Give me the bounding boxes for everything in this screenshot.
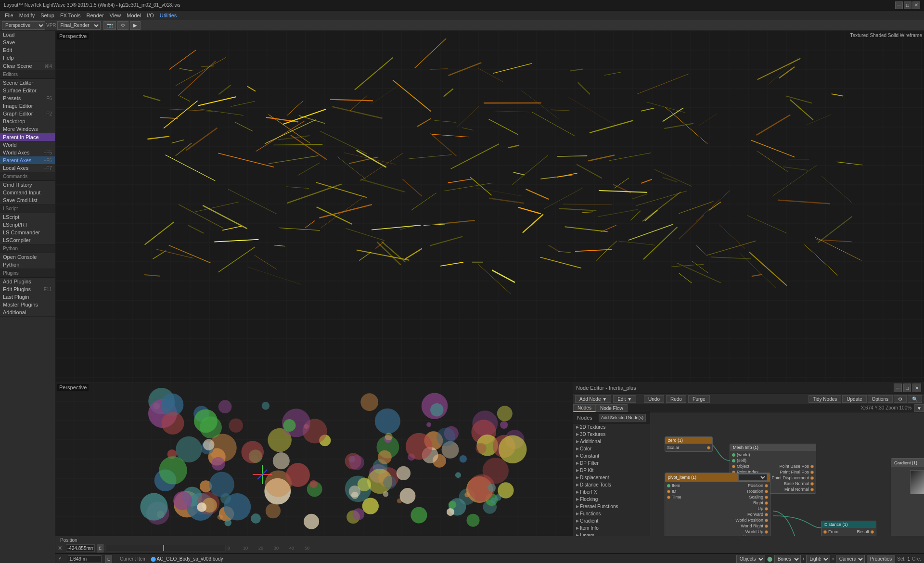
pi-world-fwd-row: World Forward [667,535,768,536]
sidebar-item-python[interactable]: Python [0,261,55,269]
nodes-category-functions[interactable]: ▶ Functions [573,510,650,517]
menu-io[interactable]: I/O [144,13,157,18]
sidebar-item-load[interactable]: Load [0,31,55,38]
sidebar-item-master-plugins[interactable]: Master Plugins [0,301,55,308]
render-preset-select[interactable]: Final_Render [57,21,101,30]
sidebar-item-ls-commander[interactable]: LS Commander [0,229,55,236]
nodes-category-3d[interactable]: ▶ 3D Textures [573,431,650,438]
tidy-nodes-btn[interactable]: Tidy Nodes [808,395,841,403]
nodes-category-additional[interactable]: ▶ Additional [573,438,650,445]
node-pivot-items[interactable]: pivot_items (1) Item Position ID [665,473,770,536]
sidebar-item-open-console[interactable]: Open Console [0,253,55,261]
nodes-category-color[interactable]: ▶ Color [573,445,650,452]
sidebar-item-surface-editor[interactable]: Surface Editor [0,87,55,94]
purge-btn[interactable]: Purge [688,395,710,403]
sidebar-item-more-windows[interactable]: More Windows [0,125,55,133]
viewport-type-select[interactable]: Perspective [2,21,45,30]
nodes-category-fiberfx[interactable]: ▶ FiberFX [573,488,650,496]
menu-render[interactable]: Render [83,13,106,18]
objects-select[interactable]: Objects [736,555,765,563]
redo-btn[interactable]: Redo [666,395,686,403]
bottom-viewport[interactable]: Perspective Object Properties ─ ✕ Clear … [55,382,573,536]
sidebar-item-lscompiler[interactable]: LSCompiler [0,236,55,244]
nodes-category-constant[interactable]: ▶ Constant [573,452,650,460]
sidebar-item-save-cmd-list[interactable]: Save Cmd List [0,196,55,204]
bones-select[interactable]: Bones [774,555,801,563]
sidebar-item-world-axes[interactable]: World Axes +F5 [0,149,55,156]
node-zero[interactable]: zero (1) Scalar [665,436,713,452]
edit-btn[interactable]: Edit ▼ [613,395,636,403]
x-coord-input[interactable] [66,544,95,552]
nodes-category-flocking[interactable]: ▶ Flocking [573,496,650,503]
lights-select[interactable]: Lights [806,555,830,563]
nodes-category-2d[interactable]: ▶ 2D Textures [573,423,650,431]
sidebar-item-backdrop[interactable]: Backdrop [0,117,55,125]
sidebar-item-clear-scene[interactable]: Clear Scene ⌘4 [0,62,55,70]
sidebar-item-command-input[interactable]: Command Input [0,189,55,196]
update-btn[interactable]: Update [842,395,866,403]
add-node-btn[interactable]: Add Node ▼ [575,395,611,403]
sidebar-item-scene-editor[interactable]: Scene Editor [0,79,55,87]
ne-restore[interactable]: □ [903,384,911,392]
sidebar-item-edit-plugins[interactable]: Edit Plugins F11 [0,285,55,293]
nodes-category-item-info[interactable]: ▶ Item Info [573,525,650,532]
nodes-category-displacement[interactable]: ▶ Displacement [573,474,650,481]
sidebar-item-image-editor[interactable]: Image Editor [0,102,55,110]
sidebar-item-graph-editor[interactable]: Graph Editor F2 [0,110,55,117]
camera-icon[interactable]: 📷 [103,21,116,30]
sidebar-item-lscript-rt[interactable]: LScript/RT [0,221,55,229]
properties-bottom-btn[interactable]: Properties [867,555,896,563]
node-gradient[interactable]: Gradient (1) Bg Color Color [891,458,924,536]
sidebar-item-edit[interactable]: Edit [0,46,55,54]
ne-close[interactable]: ✕ [912,384,921,392]
sidebar-item-lscript[interactable]: LScript [0,213,55,221]
main-viewport[interactable]: Perspective Textured Shaded Solid Wirefr… [55,31,924,382]
sidebar-item-add-plugins[interactable]: Add Plugins [0,278,55,285]
pivot-items-select[interactable] [738,474,767,481]
nodes-category-fresnel[interactable]: ▶ Fresnel Functions [573,503,650,510]
nodes-category-gradient[interactable]: ▶ Gradient [573,517,650,525]
settings-icon[interactable]: ⚙ [117,21,128,30]
undo-btn[interactable]: Undo [644,395,664,403]
sidebar-item-last-plugin[interactable]: Last Plugin [0,293,55,301]
render-icon[interactable]: ▶ [130,21,141,30]
options-btn[interactable]: Options [868,395,893,403]
y-coord-input[interactable] [68,555,102,563]
menu-file[interactable]: File [2,13,16,18]
sidebar-item-help[interactable]: Help [0,54,55,62]
restore-btn[interactable]: □ [904,1,911,9]
node-distance[interactable]: Distance (1) From Result To [821,521,876,536]
sidebar-item-local-axes[interactable]: Local Axes +F7 [0,164,55,172]
panel-toggle-btn[interactable]: ▼ [914,404,924,412]
menu-model[interactable]: Model [124,13,144,18]
x-slider[interactable] [105,545,226,551]
menu-setup[interactable]: Setup [38,13,57,18]
tab-node-flow[interactable]: Node Flow [596,404,628,412]
sidebar-item-parent-in-place[interactable]: Parent in Place [0,133,55,141]
sidebar-item-parent-axes[interactable]: Parent Axes +F6 [0,156,55,164]
cameras-select[interactable]: Cameras [836,555,865,563]
minimize-btn[interactable]: ─ [895,1,903,9]
sidebar-item-cmd-history[interactable]: Cmd History [0,181,55,189]
ne-settings-btn[interactable]: ⚙ [894,395,907,403]
nodes-category-distance[interactable]: ▶ Distance Tools [573,481,650,488]
sidebar-item-presets[interactable]: Presets F6 [0,94,55,102]
x-e-btn[interactable]: E [97,544,103,552]
sidebar-item-save[interactable]: Save [0,38,55,46]
menu-view[interactable]: View [107,13,124,18]
menu-modify[interactable]: Modify [16,13,38,18]
close-btn[interactable]: ✕ [912,1,920,9]
sidebar-item-world[interactable]: World [0,141,55,149]
nodes-category-dp-filter[interactable]: ▶ DP Filter [573,460,650,467]
menu-utilities[interactable]: Utilities [157,13,180,18]
sidebar-item-additional[interactable]: Additional [0,308,55,316]
add-selected-btn[interactable]: Add Selected Node(s) [599,414,646,422]
y-e-btn[interactable]: E [105,555,112,563]
tab-nodes[interactable]: Nodes [573,404,596,412]
ne-zoom-btn[interactable]: 🔍 [908,395,922,403]
nodes-category-dp-kit[interactable]: ▶ DP Kit [573,467,650,474]
menu-fxtools[interactable]: FX Tools [57,13,84,18]
ne-minimize[interactable]: ─ [894,384,902,392]
node-canvas[interactable]: zero (1) Scalar Mesh Info (1) [650,412,924,536]
nodes-category-layers[interactable]: ▶ Layers [573,532,650,536]
